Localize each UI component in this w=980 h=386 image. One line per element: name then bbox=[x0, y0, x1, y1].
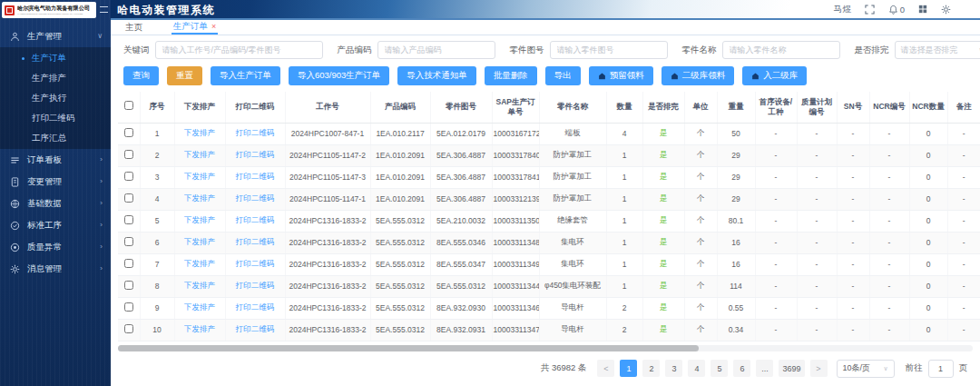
chevron-right-icon: › bbox=[100, 178, 103, 185]
tab-0[interactable]: 主页 bbox=[123, 20, 144, 35]
close-icon[interactable]: × bbox=[211, 23, 216, 31]
cell-qty: 2 bbox=[606, 319, 642, 341]
row-checkbox[interactable] bbox=[124, 128, 133, 137]
row-checkbox[interactable] bbox=[124, 324, 133, 333]
sidebar-group-2[interactable]: 变更管理› bbox=[0, 171, 111, 193]
cell-print: 打印二维码 bbox=[225, 144, 285, 166]
dispatch-link[interactable]: 下发排产 bbox=[184, 237, 215, 246]
print-qrcode-link[interactable]: 打印二维码 bbox=[236, 193, 275, 203]
column-header: 打印二维码 bbox=[225, 92, 285, 123]
dispatch-link[interactable]: 下发排产 bbox=[184, 215, 215, 224]
print-qrcode-link[interactable]: 打印二维码 bbox=[236, 128, 275, 137]
toolbar-button-3[interactable]: 导入603/903生产订单 bbox=[289, 66, 389, 85]
dispatch-link[interactable]: 下发排产 bbox=[184, 259, 215, 268]
print-qrcode-link[interactable]: 打印二维码 bbox=[236, 150, 275, 159]
bell-icon[interactable]: 0 bbox=[888, 5, 905, 15]
sidebar-item-3[interactable]: 打印二维码 bbox=[0, 108, 111, 128]
toolbar-button-7[interactable]: 预留领料 bbox=[589, 66, 653, 85]
print-qrcode-link[interactable]: 打印二维码 bbox=[236, 281, 275, 290]
next-page-button[interactable]: > bbox=[810, 360, 828, 377]
header-select-all bbox=[118, 92, 140, 123]
dispatch-link[interactable]: 下发排产 bbox=[184, 281, 215, 290]
dispatch-link[interactable]: 下发排产 bbox=[184, 193, 215, 203]
sidebar-group-1[interactable]: 订单看板› bbox=[0, 149, 111, 171]
goto-page-input[interactable] bbox=[928, 360, 954, 378]
cell-no: 7 bbox=[140, 253, 174, 275]
sidebar-item-0[interactable]: 生产订单 bbox=[0, 48, 111, 68]
sidebar-collapse-icon[interactable] bbox=[100, 6, 108, 13]
cell-work_no: 2024HPC1316-1833-2 bbox=[285, 319, 370, 341]
filter-input[interactable] bbox=[377, 41, 495, 59]
row-checkbox[interactable] bbox=[124, 172, 133, 181]
row-checkbox[interactable] bbox=[124, 281, 133, 290]
row-checkbox[interactable] bbox=[124, 302, 133, 312]
filter-select[interactable]: 请选择是否排完∨ bbox=[895, 41, 980, 59]
cell-part_no: 5EA.306.4887 bbox=[430, 166, 492, 188]
select-all-checkbox[interactable] bbox=[124, 101, 133, 110]
fullscreen-icon[interactable] bbox=[865, 5, 875, 15]
row-checkbox[interactable] bbox=[124, 193, 133, 203]
cell-scheduled: 是 bbox=[642, 319, 684, 341]
toolbar-button-8[interactable]: 二级库领料 bbox=[662, 66, 735, 85]
dispatch-link[interactable]: 下发排产 bbox=[184, 150, 215, 159]
prev-page-button[interactable]: < bbox=[597, 360, 614, 377]
dispatch-link[interactable]: 下发排产 bbox=[184, 302, 215, 312]
filter-input[interactable] bbox=[155, 41, 323, 59]
toolbar-button-2[interactable]: 导入生产订单 bbox=[211, 66, 280, 85]
sidebar-group-6[interactable]: 消息管理› bbox=[0, 258, 111, 280]
page-button-...[interactable]: ... bbox=[756, 360, 773, 377]
page-button-6[interactable]: 6 bbox=[733, 360, 750, 377]
page-button-4[interactable]: 4 bbox=[688, 360, 705, 377]
tab-1[interactable]: 生产订单× bbox=[172, 20, 218, 35]
sidebar-group-3[interactable]: 基础数据› bbox=[0, 193, 111, 214]
horizontal-scrollbar[interactable] bbox=[118, 345, 973, 351]
sidebar-item-4[interactable]: 工序汇总 bbox=[0, 128, 111, 148]
toolbar-button-9[interactable]: 入二级库 bbox=[742, 66, 807, 85]
sidebar-item-1[interactable]: 生产排产 bbox=[0, 68, 111, 88]
username[interactable]: 马煜 bbox=[834, 4, 851, 15]
row-checkbox[interactable] bbox=[124, 259, 133, 268]
row-checkbox[interactable] bbox=[124, 215, 133, 224]
toolbar-button-4[interactable]: 导入技术通知单 bbox=[397, 66, 476, 85]
sidebar-group-0[interactable]: 生产管理∨ bbox=[0, 25, 111, 47]
page-button-3699[interactable]: 3699 bbox=[779, 360, 804, 377]
cell-part_no: 5EA.555.0312 bbox=[430, 275, 492, 297]
print-qrcode-link[interactable]: 打印二维码 bbox=[236, 324, 275, 333]
cell-ncr_no: - bbox=[869, 166, 909, 188]
print-qrcode-link[interactable]: 打印二维码 bbox=[236, 259, 275, 268]
column-header: SN号 bbox=[837, 92, 869, 123]
sidebar-item-2[interactable]: 生产执行 bbox=[0, 88, 111, 108]
print-qrcode-link[interactable]: 打印二维码 bbox=[236, 172, 275, 181]
toolbar-button-5[interactable]: 批量删除 bbox=[485, 66, 537, 85]
grid-icon[interactable] bbox=[918, 5, 927, 14]
gear-icon[interactable] bbox=[941, 5, 951, 15]
toolbar-button-0[interactable]: 查询 bbox=[123, 66, 159, 85]
page-size-select[interactable]: 10条/页∨ bbox=[837, 360, 895, 378]
filter-input[interactable] bbox=[550, 41, 668, 59]
page-button-3[interactable]: 3 bbox=[665, 360, 682, 377]
page-button-1[interactable]: 1 bbox=[620, 360, 637, 377]
dispatch-link[interactable]: 下发排产 bbox=[184, 172, 215, 181]
print-qrcode-link[interactable]: 打印二维码 bbox=[236, 302, 275, 312]
toolbar-button-6[interactable]: 导出 bbox=[545, 66, 581, 85]
cell-weight: 29 bbox=[717, 144, 755, 166]
orders-table: 序号下发排产打印二维码工作号产品编码零件图号SAP生产订单号零件名称数量是否排完… bbox=[118, 92, 980, 341]
page-button-5[interactable]: 5 bbox=[710, 360, 728, 377]
page-button-2[interactable]: 2 bbox=[642, 360, 660, 377]
dispatch-link[interactable]: 下发排产 bbox=[184, 128, 215, 137]
sidebar-group-5[interactable]: 质量异常› bbox=[0, 236, 111, 258]
production-icon bbox=[10, 32, 21, 42]
cell-sap_no: 10003312139 bbox=[492, 188, 539, 210]
sidebar-group-4[interactable]: 标准工序› bbox=[0, 214, 111, 236]
filter-field-4: 是否排完请选择是否排完∨ bbox=[855, 41, 980, 59]
row-checkbox[interactable] bbox=[124, 237, 133, 246]
row-checkbox[interactable] bbox=[124, 150, 133, 159]
scrollbar-thumb[interactable] bbox=[118, 345, 699, 351]
dispatch-link[interactable]: 下发排产 bbox=[184, 324, 215, 333]
filter-input[interactable] bbox=[722, 41, 840, 59]
cell-weight: 80.1 bbox=[717, 210, 755, 232]
toolbar-button-1[interactable]: 重置 bbox=[167, 66, 202, 85]
cell-part_no: 8EA.555.0346 bbox=[430, 232, 492, 253]
print-qrcode-link[interactable]: 打印二维码 bbox=[236, 215, 275, 224]
print-qrcode-link[interactable]: 打印二维码 bbox=[236, 237, 275, 246]
